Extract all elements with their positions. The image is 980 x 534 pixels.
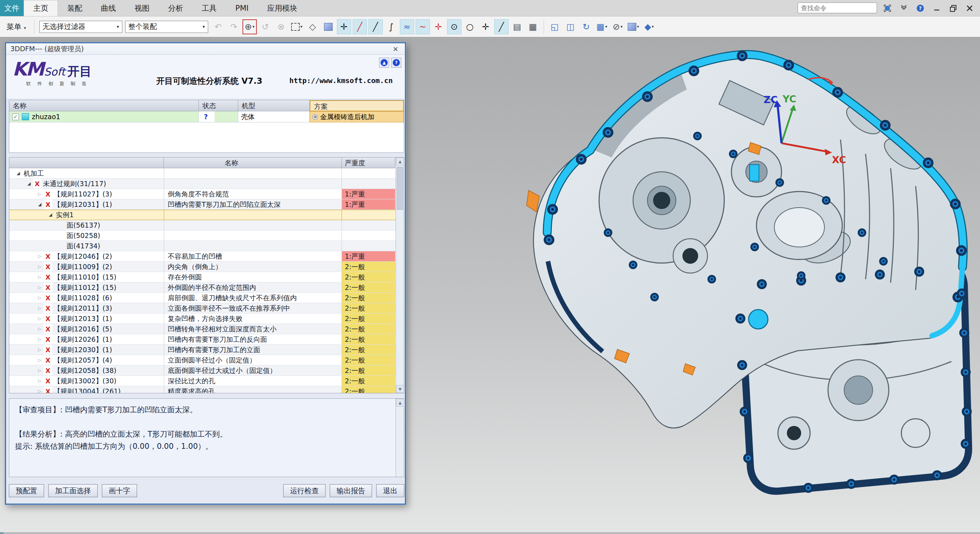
minimize-icon[interactable] [932,3,941,13]
tab-file[interactable]: 文件 [0,0,24,16]
tree-expander-icon[interactable]: ◢ [14,168,22,178]
rule-row[interactable]: ◢机加工 [9,168,404,179]
rule-row[interactable]: ◢X未通过规则(31/117) [9,179,404,189]
rule-row[interactable]: ▷X【规则12026】(1)凹槽内有需要T形刀加工的反向面2:一般 [9,334,404,345]
tab-应用模块[interactable]: 应用模块 [258,0,307,16]
col-rule-name[interactable]: 名称 [164,158,342,168]
dialog-title-bar[interactable]: 3DDFM--- (超级管理员) ✕ [6,43,405,55]
rules-scrollbar[interactable]: ▲ ▼ [396,158,404,393]
col-tree[interactable] [9,158,164,168]
tree-expander-icon[interactable]: ▷ [36,324,44,334]
expand-icon[interactable] [883,3,892,13]
part-checkbox[interactable]: ✓ [12,113,19,120]
help-button[interactable]: ? [391,57,401,68]
tree-expander-icon[interactable]: ▷ [36,251,44,261]
rule-row[interactable]: ▷X【规则12057】(4)立面倒圆半径过小（固定值）2:一般 [9,355,404,365]
tree-expander-icon[interactable]: ▷ [36,345,44,355]
tree-expander-icon[interactable]: ▷ [36,272,44,282]
line-icon[interactable]: ╱ [353,19,367,34]
grid-plane-icon[interactable]: ▦ [526,19,540,34]
dialog-close-icon[interactable]: ✕ [391,45,401,53]
button-输出报告[interactable]: 输出报告 [330,484,372,497]
part-plan[interactable]: 金属模铸造后机加 [320,111,374,123]
tree-expander-icon[interactable]: ▷ [36,386,44,393]
resize-nub[interactable] [0,532,3,534]
tab-分析[interactable]: 分析 [159,0,192,16]
profile-line-icon[interactable]: ╱ [494,19,509,34]
restore-icon[interactable] [948,3,958,13]
rule-row[interactable]: ▷X【规则11027】(3)倒角角度不符合规范1:严重 [9,189,404,199]
col-severity[interactable]: 严重度 [342,158,395,168]
tree-expander-icon[interactable]: ◢ [46,210,54,220]
rule-row[interactable]: ▷X【规则12046】(2)不容易加工的凹槽1:严重 [9,251,404,261]
scroll-thumb[interactable] [397,167,403,210]
tab-曲线[interactable]: 曲线 [92,0,125,16]
detail-scrollbar[interactable]: ▲ [396,399,404,477]
col-name[interactable]: 名称 [9,100,199,111]
tree-expander-icon[interactable]: ▷ [36,314,44,324]
rule-row[interactable]: ▷X【规则12058】(38)底面倒圆半径过大或过小（固定值）2:一般 [9,365,404,376]
tree-expander-icon[interactable]: ▷ [36,334,44,344]
3d-model[interactable]: ZC YC XC [440,46,977,523]
command-search[interactable] [798,3,877,13]
chevron-down-icon[interactable] [899,3,908,13]
scroll-up-icon[interactable]: ▲ [396,399,404,406]
rule-row[interactable]: 面(50258) [9,231,404,241]
tree-expander-icon[interactable]: ▷ [36,261,44,272]
snap-point-icon[interactable]: ⊕▾ [242,19,257,34]
col-status[interactable]: 状态 [199,100,238,111]
button-运行检查[interactable]: 运行检查 [283,484,326,497]
visualization-icon[interactable]: ◆▾ [642,19,656,34]
tab-主页[interactable]: 主页 [24,0,58,16]
tree-expander-icon[interactable]: ▷ [36,365,44,375]
circle-center-icon[interactable]: ⊙ [447,19,461,34]
button-预配置[interactable]: 预配置 [9,484,44,497]
col-plan[interactable]: 方案 [310,100,404,111]
rule-row[interactable]: ▷X【规则12011】(3)立面各倒圆半径不一致或不在推荐系列中2:一般 [9,303,404,314]
marquee-select-icon[interactable]: ▾ [290,19,304,34]
shaded-view-icon[interactable]: ▾ [626,19,641,34]
button-加工面选择[interactable]: 加工面选择 [48,484,98,497]
tree-expander-icon[interactable]: ▷ [36,282,44,292]
rule-row[interactable]: ▷X【规则13004】(261)精度要求高的孔2:一般 [9,386,404,393]
user-button[interactable]: ▲ [379,57,389,68]
tree-expander-icon[interactable]: ▷ [36,355,44,365]
rule-row[interactable]: 面(41734) [9,241,404,251]
tab-装配[interactable]: 装配 [58,0,92,16]
rule-row-selected[interactable]: ◢实例1 [9,210,404,220]
selection-filter-combo[interactable]: 无选择过滤器▾ [39,21,123,33]
datum-csys-icon[interactable]: ◇ [305,19,320,34]
fillet-curve-icon[interactable]: ∫ [384,19,398,34]
pan-icon[interactable]: ◫ [563,19,578,34]
rule-row[interactable]: ▷X【规则11028】(6)肩部倒圆、退刀槽缺失或尺寸不在系列值内2:一般 [9,293,404,303]
tree-expander-icon[interactable]: ▷ [36,189,44,199]
tree-expander-icon[interactable]: ▷ [36,303,44,313]
tree-expander-icon[interactable]: ▷ [36,293,44,303]
zoom-window-icon[interactable]: ◱ [547,19,562,34]
sheet-icon[interactable]: ▤ [510,19,524,34]
tab-PMI[interactable]: PMI [226,0,258,16]
search-input[interactable] [800,4,882,12]
help-icon[interactable]: ? [916,3,925,13]
rule-row[interactable]: ▷X【规则11012】(15)外倒圆的半径不在给定范围内2:一般 [9,282,404,293]
selection-scope-combo[interactable]: 整个装配▾ [125,21,208,33]
scroll-down-icon[interactable]: ▼ [396,385,404,393]
menu-button[interactable]: 菜单 ▾ [3,22,29,32]
rule-row[interactable]: ▷X【规则12030】(1)凹槽内有需要T形刀加工的立面2:一般 [9,345,404,355]
part-machine-type[interactable]: 壳体 [238,111,310,123]
col-machine[interactable]: 机型 [238,100,310,111]
rule-row[interactable]: ◢X【规则12031】(1)凹槽内需要T形刀加工的凹陷立面太深1:严重 [9,199,404,210]
rule-row[interactable]: 面(56137) [9,220,404,231]
point-dialog-icon[interactable]: ✛ [337,19,351,34]
point-icon[interactable]: ✛ [479,19,493,34]
tree-expander-icon[interactable]: ◢ [36,199,44,209]
datum-axis-icon[interactable]: ✛ [431,19,445,34]
tab-工具[interactable]: 工具 [192,0,226,16]
studio-spline-icon[interactable]: ≈ [400,19,414,34]
tree-expander-icon[interactable]: ▷ [36,376,44,386]
scroll-up-icon[interactable]: ▲ [396,158,404,165]
close-icon[interactable] [965,3,974,13]
rule-row[interactable]: ▷X【规则12016】(5)凹槽转角半径相对立面深度而言太小2:一般 [9,324,404,334]
rule-row[interactable]: ▷X【规则12013】(1)复杂凹槽，方向选择失败2:一般 [9,314,404,324]
rule-row[interactable]: ▷X【规则11009】(2)内尖角（倒角上）2:一般 [9,261,404,272]
